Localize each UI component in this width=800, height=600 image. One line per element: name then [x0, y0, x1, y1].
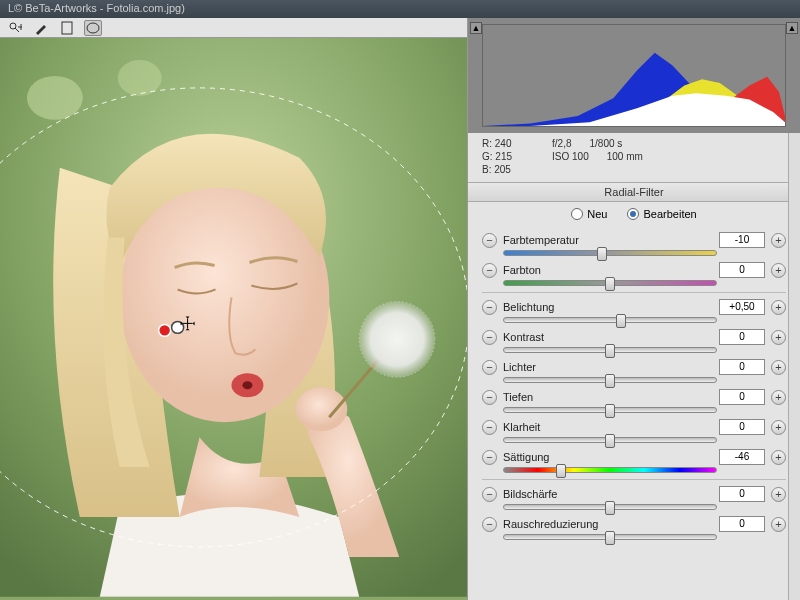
mode-new-radio[interactable]: Neu [571, 208, 607, 220]
readout-shutter: 1/800 s [590, 137, 623, 150]
slider-value-input[interactable]: 0 [719, 486, 765, 502]
image-preview[interactable] [0, 38, 467, 600]
plus-button[interactable]: + [771, 420, 786, 435]
slider-track[interactable] [503, 280, 717, 286]
slider-label: Tiefen [503, 391, 713, 403]
slider-sharpness: − Bildschärfe 0 + [482, 486, 786, 510]
svg-point-11 [242, 381, 252, 389]
histogram-shadow-clip-icon[interactable]: ▲ [470, 22, 482, 34]
slider-label: Farbtemperatur [503, 234, 713, 246]
minus-button[interactable]: − [482, 300, 497, 315]
plus-button[interactable]: + [771, 360, 786, 375]
minus-button[interactable]: − [482, 487, 497, 502]
plus-button[interactable]: + [771, 233, 786, 248]
plus-button[interactable]: + [771, 517, 786, 532]
minus-button[interactable]: − [482, 450, 497, 465]
slider-shadows: − Tiefen 0 + [482, 389, 786, 413]
readout-aperture: f/2,8 [552, 137, 571, 150]
brush-tool-icon[interactable] [32, 20, 50, 36]
minus-button[interactable]: − [482, 330, 497, 345]
slider-temp: − Farbtemperatur -10 + [482, 232, 786, 256]
minus-button[interactable]: − [482, 263, 497, 278]
separator [482, 479, 786, 480]
panel-title: Radial-Filter [468, 182, 800, 202]
slider-track[interactable] [503, 250, 717, 256]
readout-r: R: 240 [482, 137, 512, 150]
slider-thumb[interactable] [605, 277, 615, 291]
svg-line-1 [15, 28, 19, 32]
slider-track[interactable] [503, 467, 717, 473]
slider-label: Klarheit [503, 421, 713, 433]
slider-label: Bildschärfe [503, 488, 713, 500]
slider-value-input[interactable]: -10 [719, 232, 765, 248]
mode-selector: Neu Bearbeiten [468, 202, 800, 226]
slider-contrast: − Kontrast 0 + [482, 329, 786, 353]
slider-label: Farbton [503, 264, 713, 276]
radial-tool-icon[interactable] [84, 20, 102, 36]
slider-label: Rauschreduzierung [503, 518, 713, 530]
slider-track[interactable] [503, 377, 717, 383]
slider-thumb[interactable] [605, 531, 615, 545]
slider-label: Lichter [503, 361, 713, 373]
slider-value-input[interactable]: -46 [719, 449, 765, 465]
slider-label: Belichtung [503, 301, 713, 313]
loupe-tool-icon[interactable] [6, 20, 24, 36]
plus-button[interactable]: + [771, 487, 786, 502]
plus-button[interactable]: + [771, 300, 786, 315]
minus-button[interactable]: − [482, 233, 497, 248]
slider-exposure: − Belichtung +0,50 + [482, 299, 786, 323]
slider-tint: − Farbton 0 + [482, 262, 786, 286]
slider-label: Sättigung [503, 451, 713, 463]
histogram [482, 24, 786, 127]
slider-value-input[interactable]: 0 [719, 262, 765, 278]
slider-thumb[interactable] [605, 501, 615, 515]
slider-value-input[interactable]: 0 [719, 329, 765, 345]
svg-point-7 [27, 76, 83, 120]
slider-label: Kontrast [503, 331, 713, 343]
svg-point-5 [87, 23, 99, 33]
slider-thumb[interactable] [616, 314, 626, 328]
slider-track[interactable] [503, 347, 717, 353]
minus-button[interactable]: − [482, 390, 497, 405]
readout-focal: 100 mm [607, 150, 643, 163]
slider-thumb[interactable] [605, 374, 615, 388]
histogram-highlight-clip-icon[interactable]: ▲ [786, 22, 798, 34]
svg-point-14 [359, 301, 435, 377]
slider-value-input[interactable]: +0,50 [719, 299, 765, 315]
svg-point-19 [159, 324, 171, 336]
readout-b: B: 205 [482, 163, 512, 176]
readout-iso: ISO 100 [552, 150, 589, 163]
slider-thumb[interactable] [597, 247, 607, 261]
slider-value-input[interactable]: 0 [719, 516, 765, 532]
svg-point-12 [295, 387, 347, 431]
svg-point-8 [118, 60, 162, 96]
slider-track[interactable] [503, 504, 717, 510]
mode-edit-radio[interactable]: Bearbeiten [627, 208, 696, 220]
slider-noise: − Rauschreduzierung 0 + [482, 516, 786, 540]
window-titlebar: L© BeTa-Artworks - Fotolia.com.jpg) [0, 0, 800, 18]
slider-thumb[interactable] [605, 434, 615, 448]
plus-button[interactable]: + [771, 263, 786, 278]
minus-button[interactable]: − [482, 420, 497, 435]
slider-value-input[interactable]: 0 [719, 389, 765, 405]
slider-thumb[interactable] [605, 344, 615, 358]
preview-toolbar [0, 18, 467, 38]
slider-thumb[interactable] [556, 464, 566, 478]
slider-clarity: − Klarheit 0 + [482, 419, 786, 443]
slider-value-input[interactable]: 0 [719, 359, 765, 375]
minus-button[interactable]: − [482, 517, 497, 532]
slider-thumb[interactable] [605, 404, 615, 418]
slider-track[interactable] [503, 534, 717, 540]
plus-button[interactable]: + [771, 450, 786, 465]
plus-button[interactable]: + [771, 390, 786, 405]
slider-value-input[interactable]: 0 [719, 419, 765, 435]
slider-saturation: − Sättigung -46 + [482, 449, 786, 473]
plus-button[interactable]: + [771, 330, 786, 345]
readout-row: R: 240 G: 215 B: 205 f/2,81/800 s ISO 10… [468, 133, 800, 182]
svg-rect-4 [62, 22, 72, 34]
minus-button[interactable]: − [482, 360, 497, 375]
slider-track[interactable] [503, 407, 717, 413]
slider-track[interactable] [503, 437, 717, 443]
slider-track[interactable] [503, 317, 717, 323]
page-tool-icon[interactable] [58, 20, 76, 36]
